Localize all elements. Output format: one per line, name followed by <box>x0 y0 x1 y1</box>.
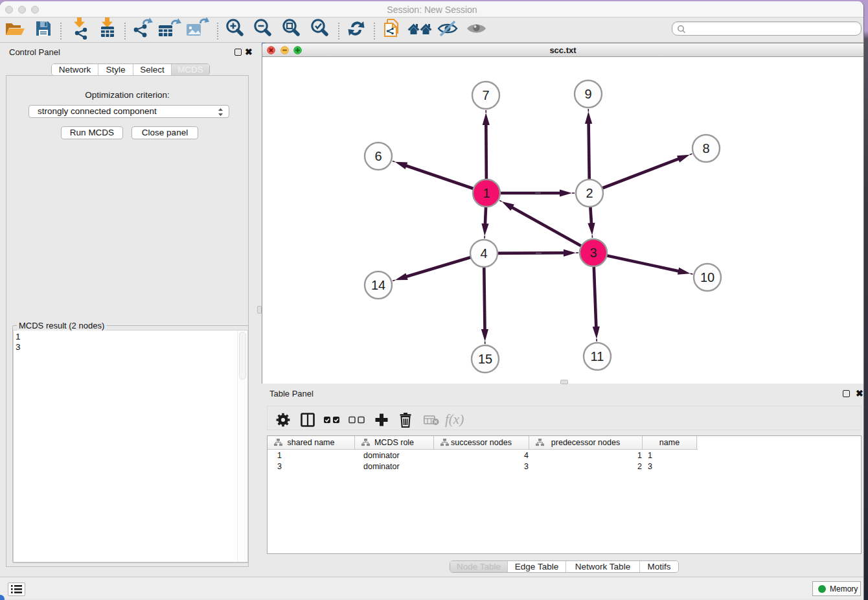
svg-text:8: 8 <box>702 141 709 156</box>
svg-text:6: 6 <box>374 149 382 163</box>
svg-text:2: 2 <box>586 186 593 200</box>
svg-text:7: 7 <box>482 88 489 102</box>
svg-text:1: 1 <box>483 186 490 200</box>
svg-text:3: 3 <box>589 246 597 260</box>
svg-text:4: 4 <box>480 246 487 260</box>
svg-text:15: 15 <box>478 352 492 366</box>
svg-text:9: 9 <box>584 87 591 101</box>
svg-text:11: 11 <box>591 349 604 363</box>
svg-text:10: 10 <box>700 270 714 284</box>
svg-text:14: 14 <box>371 278 385 292</box>
